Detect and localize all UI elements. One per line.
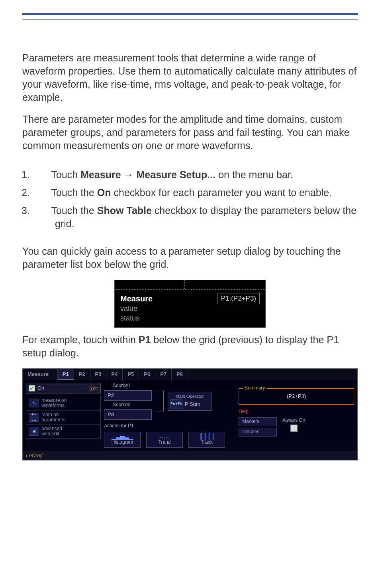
header-rule-thick (22, 13, 358, 15)
bracket-connector (156, 391, 164, 411)
step-number: 3. (38, 204, 49, 217)
type-menu: ∿ measure on waveforms +−×÷ math on para… (26, 396, 101, 439)
type-label[interactable]: Type (88, 385, 98, 391)
step-1-text-a: Touch (51, 169, 81, 180)
source1-select[interactable]: P2 (104, 390, 152, 401)
step-1: 1. Touch Measure → Measure Setup... on t… (38, 168, 358, 181)
tab-p2[interactable]: P2 (74, 369, 90, 380)
track-icon: ║║║║ (199, 434, 215, 439)
step-number: 2. (38, 186, 49, 199)
web-edit-icon: ⊞ (29, 427, 39, 436)
setup-steps-list: 1. Touch Measure → Measure Setup... on t… (38, 168, 358, 230)
step-2-text-c: checkbox for each parameter you want to … (111, 187, 332, 198)
summary-box: Summary (P2+P3) (239, 388, 354, 405)
grid-area (115, 280, 265, 290)
histogram-label: Histogram (112, 439, 133, 446)
step-3: 3. Touch the Show Table checkbox to disp… (38, 204, 358, 230)
tab-p6[interactable]: P6 (139, 369, 155, 380)
always-on-checkbox[interactable] (290, 425, 298, 432)
math-icon: +−×÷ (29, 413, 39, 422)
markers-button[interactable]: Markers (239, 417, 277, 426)
menu-math-on-parameters[interactable]: +−×÷ math on parameters (26, 410, 100, 424)
example-text-a: For example, touch within (22, 334, 139, 345)
trend-button[interactable]: ︿︿ Trend (146, 432, 183, 448)
menu-label: measure on waveforms (41, 398, 67, 408)
waveform-icon: ∿ (29, 399, 39, 407)
summary-label: Summary (243, 385, 266, 391)
tab-p7[interactable]: P7 (155, 369, 172, 380)
detailed-button[interactable]: Detailed (239, 428, 277, 437)
actions-label: Actions for P1 (104, 423, 235, 429)
trend-label: Trend (159, 439, 171, 446)
tab-measure[interactable]: Measure (23, 369, 58, 380)
intro-paragraph-1: Parameters are measurement tools that de… (22, 51, 358, 104)
step-2: 2. Touch the On checkbox for each parame… (38, 186, 358, 199)
track-label: Track (201, 439, 213, 446)
menu-label: math on parameters (41, 412, 66, 423)
source2-select[interactable]: P3 (104, 409, 152, 420)
step-3-bold: Show Table (97, 205, 152, 216)
on-checkbox-row[interactable]: ✓ On Type (26, 383, 101, 393)
menu-label: advanced web edit (41, 426, 62, 437)
example-paragraph: For example, touch within P1 below the g… (22, 333, 358, 360)
trend-icon: ︿︿ (159, 434, 170, 439)
source1-label: Source1 (104, 383, 152, 389)
tab-p3[interactable]: P3 (90, 369, 107, 380)
histogram-icon: ▁▃▅▃▁ (112, 434, 133, 439)
intro-paragraph-2: There are parameter modes for the amplit… (22, 113, 358, 152)
menu-measure-on-waveforms[interactable]: ∿ measure on waveforms (26, 396, 100, 410)
example-bold: P1 (139, 334, 151, 345)
p1-readout-box[interactable]: P1:(P2+P3) (217, 293, 260, 304)
histogram-button[interactable]: ▁▃▅▃▁ Histogram (104, 432, 141, 448)
quick-access-paragraph: You can quickly gain access to a paramet… (22, 245, 358, 271)
source2-label: Source2 (104, 402, 152, 408)
math-operator-title: Math Operator (170, 393, 209, 399)
help-label: Help (239, 409, 354, 415)
tab-p5[interactable]: P5 (123, 369, 139, 380)
tab-p1[interactable]: P1 (58, 369, 74, 380)
measure-header: Measure (120, 293, 172, 304)
status-label: status (120, 314, 139, 323)
math-operator-box[interactable]: Math Operator Pn+Pm P Sum (168, 392, 212, 411)
p1-setup-dialog-screenshot: Measure P1 P2 P3 P4 P5 P6 P7 P8 ✓ On Typ… (22, 368, 358, 460)
psum-label: P Sum (185, 401, 200, 407)
tab-p8[interactable]: P8 (172, 369, 188, 380)
header-rule-thin (22, 19, 358, 20)
track-button[interactable]: ║║║║ Track (188, 432, 225, 448)
step-1-bold: Measure → Measure Setup... (80, 169, 215, 180)
step-2-text-a: Touch the (51, 187, 97, 198)
step-3-text-a: Touch the (51, 205, 97, 216)
on-label: On (37, 385, 44, 391)
always-on-label: Always On (282, 417, 305, 424)
tab-p4[interactable]: P4 (106, 369, 123, 380)
step-2-bold: On (97, 187, 111, 198)
step-number: 1. (38, 168, 49, 181)
menu-advanced-web-edit[interactable]: ⊞ advanced web edit (26, 424, 100, 438)
parameter-listbox-screenshot: Measure P1:(P2+P3) value status (114, 280, 266, 328)
check-icon: ✓ (29, 385, 35, 391)
step-1-text-c: on the menu bar. (215, 169, 293, 180)
brand-label: LeCroy (23, 451, 357, 460)
value-label: value (120, 304, 137, 314)
psum-icon: Pn+Pm (170, 399, 182, 409)
dialog-tabs: Measure P1 P2 P3 P4 P5 P6 P7 P8 (23, 369, 357, 380)
summary-value: (P2+P3) (242, 391, 351, 401)
